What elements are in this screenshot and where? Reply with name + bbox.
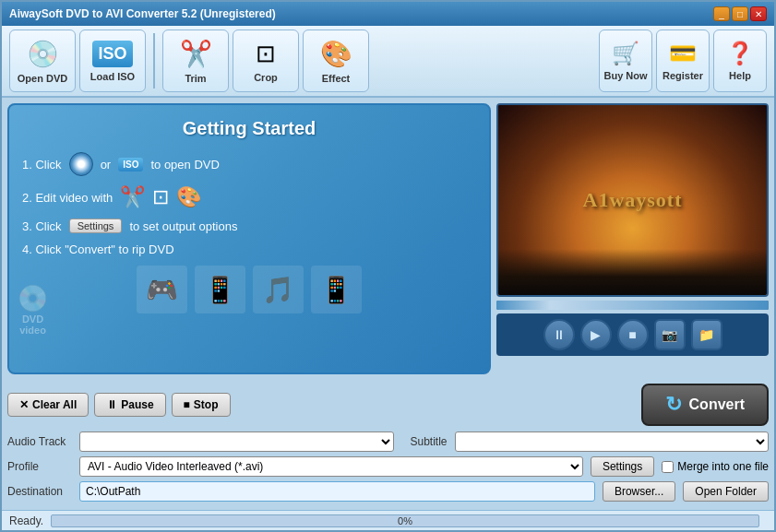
folder-ctrl-icon: 📁: [698, 327, 714, 342]
step1-or: or: [101, 158, 112, 171]
iso-icon: ISO: [92, 41, 132, 67]
buy-icon: 🛒: [612, 41, 639, 66]
buy-now-button[interactable]: 🛒 Buy Now: [599, 30, 652, 92]
psp-icon: 🎮: [137, 266, 187, 313]
preview-panel: A1waysott ⏸ ▶ ■ 📷: [496, 103, 769, 374]
destination-input[interactable]: [79, 481, 595, 502]
window-title: AiwaySoft DVD to AVI Converter 5.2 (Unre…: [9, 7, 276, 20]
stop-ctrl-icon: ■: [628, 327, 636, 342]
merge-label: Merge into one file: [677, 460, 769, 473]
subtitle-label: Subtitle: [401, 435, 448, 448]
pause-icon: ⏸: [106, 398, 117, 411]
preview-scroll-inner: [496, 301, 769, 310]
step3-settings-btn[interactable]: Settings: [69, 219, 123, 233]
convert-label: Convert: [689, 396, 745, 413]
register-icon: 💳: [669, 41, 697, 66]
bottom-controls: ✕ Clear All ⏸ Pause ■ Stop ↻ Convert Aud…: [2, 380, 774, 510]
audio-subtitle-row: Audio Track Subtitle: [7, 432, 769, 452]
crop-icon: ⊡: [256, 40, 276, 68]
pause-ctrl-button[interactable]: ⏸: [543, 319, 575, 350]
effect-label: Effect: [322, 73, 351, 84]
step3-end: to set output options: [129, 219, 237, 233]
crop-label: Crop: [254, 72, 278, 83]
settings-button[interactable]: Settings: [591, 456, 654, 477]
open-folder-ctrl-button[interactable]: 📁: [691, 319, 722, 350]
title-bar: AiwaySoft DVD to AVI Converter 5.2 (Unre…: [2, 2, 774, 26]
pause-ctrl-icon: ⏸: [553, 327, 566, 342]
load-iso-label: Load ISO: [90, 71, 135, 82]
step2-effect-icon: 🎨: [176, 185, 201, 209]
action-bar: ✕ Clear All ⏸ Pause ■ Stop ↻ Convert: [7, 384, 769, 426]
profile-row: Profile AVI - Audio Video Interleaved (*…: [7, 456, 769, 477]
main-window: AiwaySoft DVD to AVI Converter 5.2 (Unre…: [0, 0, 776, 532]
step2-crop-icon: ⊡: [152, 185, 169, 209]
buy-now-label: Buy Now: [603, 70, 647, 81]
destination-row: Destination Browser... Open Folder: [7, 481, 769, 502]
clear-x-icon: ✕: [19, 398, 29, 411]
preview-trees: [498, 249, 767, 295]
effect-icon: 🎨: [320, 39, 352, 69]
pause-button[interactable]: ⏸ Pause: [94, 393, 165, 417]
merge-checkbox-area: Merge into one file: [662, 460, 769, 473]
toolbar-right-group: 🛒 Buy Now 💳 Register ❓ Help: [599, 30, 767, 92]
main-area: Getting Started 1. Click or ISO to open …: [2, 98, 774, 380]
ipod-icon: 🎵: [253, 266, 304, 313]
load-iso-button[interactable]: ISO Load ISO: [79, 30, 146, 92]
snapshot-icon: 📷: [662, 327, 677, 342]
register-button[interactable]: 💳 Register: [656, 30, 710, 92]
step2-trim-icon: ✂️: [120, 185, 145, 209]
step2-text: 2. Edit video with: [22, 191, 113, 205]
convert-icon: ↻: [665, 393, 682, 417]
snapshot-button[interactable]: 📷: [654, 319, 686, 350]
dvd-icon: 💿: [27, 39, 59, 69]
step1-dvd-icon: [69, 152, 93, 176]
stop-ctrl-button[interactable]: ■: [617, 319, 649, 350]
trim-label: Trim: [185, 73, 206, 84]
progress-label: 0%: [52, 515, 758, 526]
help-label: Help: [729, 70, 751, 81]
trim-button[interactable]: ✂️ Trim: [162, 30, 229, 92]
window-controls: _ □ ✕: [713, 6, 767, 21]
audio-track-label: Audio Track: [7, 435, 72, 448]
convert-button[interactable]: ↻ Convert: [641, 384, 769, 426]
phone-icon: 📱: [311, 266, 362, 313]
play-ctrl-icon: ▶: [591, 327, 601, 342]
effect-button[interactable]: 🎨 Effect: [303, 30, 369, 92]
help-icon: ❓: [726, 41, 754, 66]
step4-text: 4. Click "Convert" to rip DVD: [22, 242, 174, 256]
clear-all-button[interactable]: ✕ Clear All: [7, 393, 89, 417]
player-icon: 📱: [195, 266, 245, 313]
preview-scrollbar[interactable]: [496, 301, 769, 310]
audio-track-select[interactable]: [79, 432, 394, 452]
stop-button[interactable]: ■ Stop: [172, 393, 231, 417]
toolbar: 💿 Open DVD ISO Load ISO ✂️ Trim ⊡ Crop 🎨…: [2, 26, 774, 98]
open-dvd-button[interactable]: 💿 Open DVD: [9, 30, 76, 92]
getting-started-title: Getting Started: [22, 118, 476, 139]
maximize-button[interactable]: □: [732, 6, 748, 21]
progress-bar: 0%: [51, 514, 759, 527]
merge-checkbox[interactable]: [662, 461, 674, 473]
getting-started-panel: Getting Started 1. Click or ISO to open …: [7, 103, 491, 374]
dvd-logo-watermark: 💿 DVD video: [17, 283, 49, 336]
open-dvd-label: Open DVD: [18, 73, 67, 84]
profile-select[interactable]: AVI - Audio Video Interleaved (*.avi): [79, 456, 583, 477]
status-bar: Ready. 0%: [2, 510, 774, 530]
close-button[interactable]: ✕: [750, 6, 767, 21]
subtitle-select[interactable]: [455, 432, 770, 452]
crop-button[interactable]: ⊡ Crop: [233, 30, 299, 92]
preview-video: A1waysott: [496, 103, 769, 297]
play-ctrl-button[interactable]: ▶: [580, 319, 612, 350]
help-button[interactable]: ❓ Help: [713, 30, 767, 92]
step-1: 1. Click or ISO to open DVD: [22, 152, 476, 176]
preview-controls: ⏸ ▶ ■ 📷 📁: [496, 313, 769, 356]
destination-label: Destination: [7, 485, 72, 498]
minimize-button[interactable]: _: [713, 6, 730, 21]
open-folder-button[interactable]: Open Folder: [683, 481, 769, 502]
clear-all-label: Clear All: [32, 398, 77, 411]
register-label: Register: [663, 70, 703, 81]
preview-brand-text: A1waysott: [583, 188, 683, 212]
step1-text: 1. Click: [22, 158, 62, 171]
status-text: Ready.: [9, 514, 43, 527]
stop-label: Stop: [194, 398, 219, 411]
browser-button[interactable]: Browser...: [603, 481, 675, 502]
